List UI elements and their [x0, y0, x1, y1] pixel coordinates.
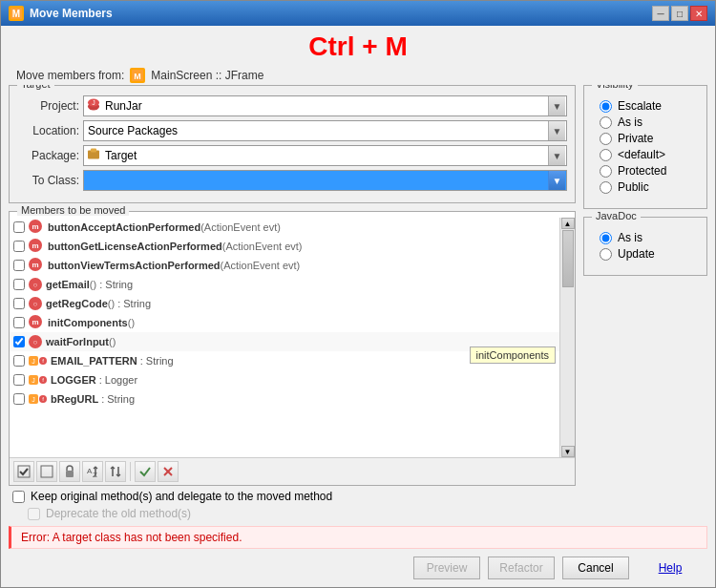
member-4-checkbox[interactable] — [13, 279, 25, 290]
check-button[interactable] — [135, 461, 156, 482]
location-row: Location: Source Packages ▼ — [17, 120, 567, 141]
member-8-text: EMAIL_PATTERN : String — [51, 355, 174, 367]
method-red-icon: m — [29, 220, 44, 235]
public-option: Public — [600, 180, 691, 194]
field-red-icon: ○ — [29, 278, 42, 291]
deprecate-label: Deprecate the old method(s) — [46, 507, 191, 520]
protected-radio[interactable] — [600, 165, 612, 178]
window-title: Move Members — [30, 7, 113, 20]
help-button[interactable]: Help — [637, 556, 704, 579]
member-6-checkbox[interactable] — [13, 317, 25, 328]
close-button[interactable]: ✕ — [690, 6, 707, 21]
list-item[interactable]: m buttonGetLicenseActionPerformed(Action… — [10, 237, 559, 256]
method-red-icon: m — [29, 258, 44, 273]
window-icon: M — [9, 6, 24, 21]
member-9-text: LOGGER : Logger — [51, 374, 137, 386]
to-class-combo-wrapper: ▼ — [83, 170, 567, 191]
javadoc-update-label: Update — [618, 247, 655, 261]
to-class-select[interactable] — [83, 170, 567, 191]
escalate-label: Escalate — [618, 99, 662, 113]
deprecate-checkbox[interactable] — [28, 508, 40, 520]
location-label: Location: — [17, 124, 79, 137]
scroll-down-arrow[interactable]: ▼ — [561, 446, 575, 457]
as-is-radio[interactable] — [600, 116, 612, 129]
list-item[interactable]: ○ getEmail() : String — [10, 275, 559, 294]
package-dropdown-arrow: ▼ — [548, 146, 565, 165]
button-row: Preview Refactor Cancel Help — [1, 551, 715, 587]
maximize-button[interactable]: □ — [671, 6, 688, 21]
location-combo-wrapper: Source Packages ▼ — [83, 120, 567, 141]
vertical-scrollbar[interactable]: ▲ ▼ — [559, 218, 575, 457]
right-panel: Visibility Escalate As is Private — [583, 85, 707, 486]
target-group-title: Target — [17, 85, 54, 90]
scroll-up-arrow[interactable]: ▲ — [561, 218, 575, 229]
deselect-all-button[interactable] — [36, 461, 57, 482]
keep-original-checkbox[interactable] — [12, 491, 25, 503]
private-radio[interactable] — [600, 133, 612, 145]
member-10-text: bRegURL : String — [51, 393, 135, 405]
move-members-dialog: M Move Members ─ □ ✕ Ctrl + M Move membe… — [0, 0, 716, 588]
member-3-checkbox[interactable] — [13, 260, 25, 271]
member-9-checkbox[interactable] — [13, 374, 25, 386]
default-radio[interactable] — [600, 149, 612, 161]
list-item[interactable]: m initComponents() — [10, 313, 559, 332]
select-all-button[interactable] — [13, 461, 34, 482]
member-2-checkbox[interactable] — [13, 241, 25, 252]
private-option: Private — [600, 132, 691, 145]
method-red-icon: m — [29, 239, 44, 254]
sort-type-button[interactable] — [105, 461, 126, 482]
members-group: Members to be moved m buttonAcceptAction… — [9, 211, 576, 486]
members-inner: m buttonAcceptActionPerformed(ActionEven… — [10, 218, 575, 485]
public-radio[interactable] — [600, 181, 612, 194]
project-combo-wrapper: J RunJar ▼ — [83, 95, 567, 116]
escalate-radio[interactable] — [600, 100, 612, 113]
svg-text:J: J — [92, 99, 95, 106]
list-item[interactable]: m buttonAcceptActionPerformed(ActionEven… — [10, 218, 559, 237]
member-8-checkbox[interactable] — [13, 355, 25, 367]
email-pattern-icon: J f — [29, 356, 47, 366]
sort-az-button[interactable]: AZ — [82, 461, 103, 482]
list-item[interactable]: ○ getRegCode() : String — [10, 294, 559, 313]
scroll-thumb[interactable] — [562, 230, 574, 287]
member-3-text: buttonViewTermsActionPerformed(ActionEve… — [48, 260, 300, 271]
move-from-row: Move members from: M MainScreen :: JFram… — [1, 66, 715, 85]
member-5-checkbox[interactable] — [13, 298, 25, 309]
member-10-checkbox[interactable] — [13, 393, 25, 405]
members-group-title: Members to be moved — [17, 204, 129, 216]
member-1-checkbox[interactable] — [13, 221, 25, 233]
default-label: <default> — [618, 148, 665, 161]
svg-text:M: M — [12, 9, 20, 19]
cancel-button[interactable]: Cancel — [562, 556, 629, 579]
svg-rect-8 — [91, 149, 96, 153]
package-select[interactable]: Target — [83, 145, 567, 166]
javadoc-group: JavaDoc As is Update — [583, 217, 707, 276]
svg-rect-10 — [41, 466, 53, 477]
runjar-icon: J — [87, 98, 100, 115]
javadoc-update-radio[interactable] — [600, 248, 612, 261]
project-row: Project: J RunJar ▼ — [17, 95, 567, 116]
location-select[interactable]: Source Packages — [83, 120, 567, 141]
project-dropdown-arrow: ▼ — [548, 96, 565, 116]
scroll-track — [560, 229, 575, 446]
list-item[interactable]: m buttonViewTermsActionPerformed(ActionE… — [10, 256, 559, 275]
list-item[interactable]: J f LOGGER : Logger — [10, 370, 559, 389]
project-select[interactable]: RunJar — [83, 95, 567, 116]
refactor-button[interactable]: Refactor — [488, 556, 555, 579]
members-list[interactable]: m buttonAcceptActionPerformed(ActionEven… — [10, 218, 559, 457]
lock-button[interactable] — [59, 461, 80, 482]
list-item[interactable]: J f bRegURL : String — [10, 389, 559, 409]
svg-rect-11 — [66, 471, 74, 477]
keep-original-row: Keep original method(s) and delegate to … — [12, 490, 704, 503]
to-class-dropdown-arrow: ▼ — [548, 171, 565, 190]
preview-button[interactable]: Preview — [413, 556, 480, 579]
deprecate-row: Deprecate the old method(s) — [28, 507, 704, 520]
private-label: Private — [618, 132, 653, 145]
member-7-checkbox[interactable] — [13, 336, 25, 347]
minimize-button[interactable]: ─ — [652, 6, 669, 21]
uncheck-button[interactable] — [158, 461, 179, 482]
javadoc-as-is-radio[interactable] — [600, 232, 612, 244]
shortcut-label: Ctrl + M — [1, 26, 715, 66]
mainscreen-icon: M — [130, 68, 145, 83]
member-2-text: buttonGetLicenseActionPerformed(ActionEv… — [48, 241, 303, 252]
to-class-row: To Class: ▼ — [17, 170, 567, 191]
